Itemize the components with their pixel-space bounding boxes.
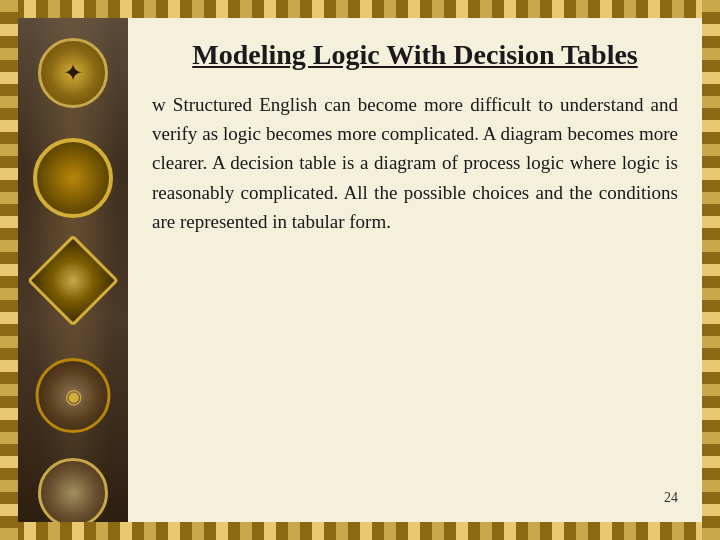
slide-number: 24 xyxy=(664,490,678,506)
bullet-marker xyxy=(152,94,173,115)
medal-1 xyxy=(38,38,108,108)
border-right xyxy=(702,0,720,540)
paragraph-text: Structured English can become more diffi… xyxy=(152,94,678,233)
medal-5 xyxy=(38,458,108,522)
border-top xyxy=(0,0,720,18)
slide-body: Structured English can become more diffi… xyxy=(152,90,678,506)
content-area: Modeling Logic With Decision Tables Stru… xyxy=(128,18,702,522)
border-bottom xyxy=(0,522,720,540)
border-left xyxy=(0,0,18,540)
slide-title: Modeling Logic With Decision Tables xyxy=(152,38,678,72)
medal-4 xyxy=(36,358,111,433)
medal-2 xyxy=(33,138,113,218)
side-decorative-image xyxy=(18,18,128,522)
medal-3 xyxy=(27,235,119,327)
page-title: Modeling Logic With Decision Tables xyxy=(152,38,678,72)
slide-paragraph: Structured English can become more diffi… xyxy=(152,90,678,237)
